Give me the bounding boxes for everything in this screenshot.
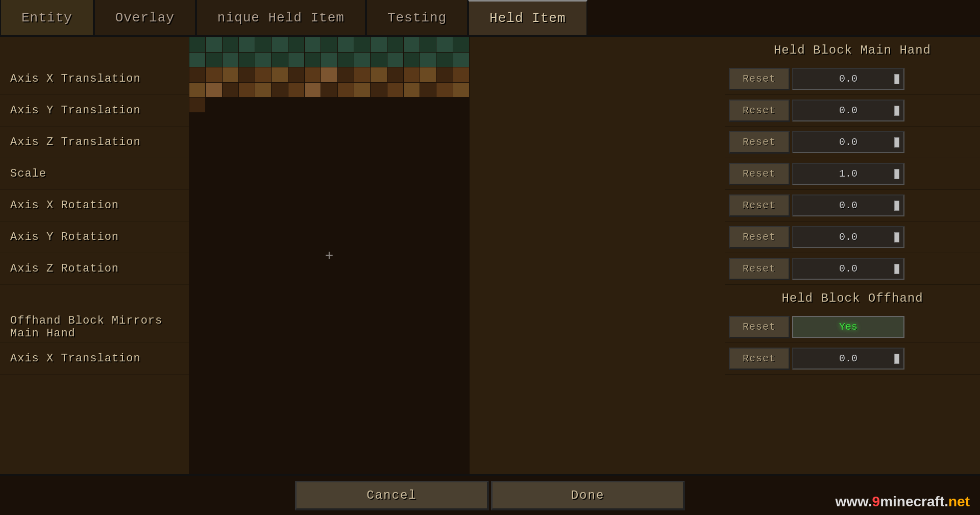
reset-axis-y-rotation[interactable]: Reset — [729, 226, 790, 249]
block-cell — [354, 67, 370, 82]
row-controls: Reset 0.0 — [729, 258, 904, 280]
tab-entity[interactable]: Entity — [0, 0, 94, 35]
block-cell — [239, 67, 255, 82]
label-axis-z-rotation: Axis Z Rotation — [0, 253, 189, 285]
label-axis-z-translation: Axis Z Translation — [0, 127, 189, 158]
block-cell — [354, 83, 370, 97]
value-offhand-axis-x[interactable]: 0.0 — [792, 348, 904, 370]
value-axis-x-translation[interactable]: 0.0 — [792, 68, 904, 90]
block-cell — [223, 53, 238, 67]
row-controls: Reset 0.0 — [729, 348, 904, 370]
block-cell — [305, 37, 321, 52]
reset-axis-x-translation[interactable]: Reset — [729, 68, 790, 90]
block-cell — [239, 53, 255, 67]
block-cell — [338, 53, 354, 67]
block-cell — [305, 67, 321, 82]
label-scale: Scale — [0, 158, 189, 190]
value-scale[interactable]: 1.0 — [792, 163, 904, 185]
content-wrapper: + Axis X Translation Axis Y Translation … — [0, 37, 980, 474]
block-cell — [223, 37, 238, 52]
row-axis-z-translation: Reset 0.0 — [725, 127, 980, 158]
value-axis-y-rotation[interactable]: 0.0 — [792, 226, 904, 248]
block-cell — [223, 67, 238, 82]
reset-axis-x-rotation[interactable]: Reset — [729, 194, 790, 217]
value-axis-y-translation[interactable]: 0.0 — [792, 100, 904, 121]
reset-offhand-axis-x[interactable]: Reset — [729, 348, 790, 370]
watermark: www.9minecraft.net — [836, 494, 970, 510]
cancel-button[interactable]: Cancel — [295, 481, 489, 510]
block-cell — [420, 67, 436, 82]
row-scale: Reset 1.0 — [725, 158, 980, 190]
block-cell — [288, 67, 304, 82]
block-cell — [255, 83, 271, 97]
preview-panel: + — [189, 37, 470, 474]
block-cell — [338, 67, 354, 82]
block-cell — [453, 83, 469, 97]
tab-unique-held-item[interactable]: nique Held Item — [196, 0, 366, 35]
label-axis-y-rotation: Axis Y Rotation — [0, 222, 189, 253]
block-cell — [239, 83, 255, 97]
reset-offhand-mirrors[interactable]: Reset — [729, 316, 790, 338]
block-cell — [321, 37, 337, 52]
block-cell — [387, 67, 403, 82]
block-cell — [436, 37, 452, 52]
spacer2 — [0, 285, 189, 311]
slider-thumb — [894, 232, 899, 242]
label-offhand-axis-x: Axis X Translation — [0, 343, 189, 375]
block-cell — [404, 83, 420, 97]
spacer — [0, 37, 189, 63]
slider-thumb — [894, 137, 899, 148]
bottom-bar: Cancel Done — [0, 474, 980, 515]
done-button[interactable]: Done — [491, 481, 685, 510]
tab-testing[interactable]: Testing — [366, 0, 468, 35]
row-controls: Reset 0.0 — [729, 131, 904, 154]
block-cell — [453, 37, 469, 52]
block-cell — [255, 53, 271, 67]
row-axis-x-translation: Reset 0.0 — [725, 63, 980, 95]
block-cell — [206, 67, 222, 82]
tab-bar: Entity Overlay nique Held Item Testing H… — [0, 0, 980, 37]
block-cell — [255, 67, 271, 82]
slider-thumb — [894, 264, 899, 274]
slider-thumb — [894, 354, 899, 364]
block-cell — [305, 53, 321, 67]
block-cell — [371, 53, 386, 67]
block-cell — [387, 53, 403, 67]
block-cell — [371, 67, 386, 82]
block-cell — [371, 37, 386, 52]
row-controls: Reset Yes — [729, 316, 904, 338]
block-cell — [189, 83, 205, 97]
value-axis-z-translation[interactable]: 0.0 — [792, 131, 904, 153]
tab-overlay[interactable]: Overlay — [94, 0, 196, 35]
row-controls: Reset 0.0 — [729, 194, 904, 217]
block-cell — [420, 37, 436, 52]
block-cell — [288, 53, 304, 67]
block-cell — [404, 53, 420, 67]
block-cell — [272, 83, 287, 97]
slider-thumb — [894, 106, 899, 116]
block-cell — [239, 37, 255, 52]
mc-background — [189, 37, 470, 474]
reset-axis-y-translation[interactable]: Reset — [729, 100, 790, 122]
slider-thumb — [894, 169, 899, 179]
row-offhand-axis-x: Reset 0.0 — [725, 343, 980, 375]
reset-axis-z-translation[interactable]: Reset — [729, 131, 790, 154]
block-cell — [288, 83, 304, 97]
block-cell — [206, 53, 222, 67]
value-offhand-mirrors[interactable]: Yes — [792, 316, 904, 338]
reset-scale[interactable]: Reset — [729, 163, 790, 185]
label-axis-x-rotation: Axis X Rotation — [0, 190, 189, 222]
block-cell — [436, 67, 452, 82]
row-axis-y-rotation: Reset 0.0 — [725, 222, 980, 253]
block-cell — [453, 67, 469, 82]
slider-thumb — [894, 201, 899, 211]
value-axis-z-rotation[interactable]: 0.0 — [792, 258, 904, 280]
row-axis-x-rotation: Reset 0.0 — [725, 190, 980, 222]
block-cell — [387, 37, 403, 52]
reset-axis-z-rotation[interactable]: Reset — [729, 258, 790, 280]
slider-thumb — [894, 74, 899, 84]
block-cell — [338, 83, 354, 97]
block-cell — [338, 37, 354, 52]
tab-held-item[interactable]: Held Item — [468, 0, 587, 35]
value-axis-x-rotation[interactable]: 0.0 — [792, 194, 904, 216]
